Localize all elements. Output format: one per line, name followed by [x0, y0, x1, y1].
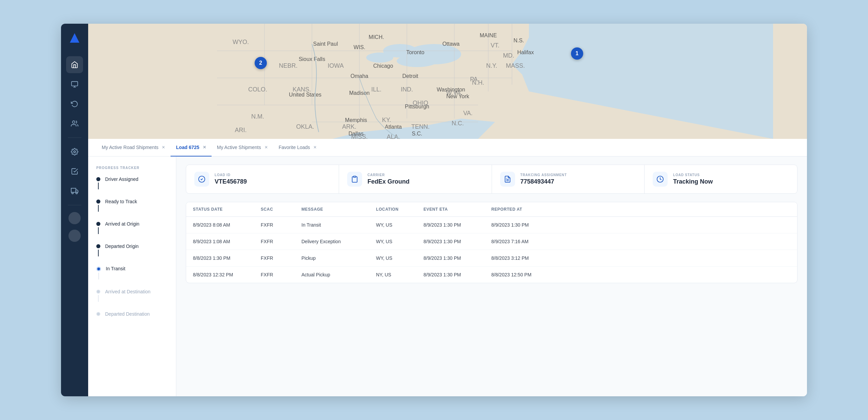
step-label-departed-origin: Departed Origin — [105, 244, 139, 249]
sidebar-item-history[interactable] — [66, 96, 83, 112]
th-event-eta: EVENT ETA — [423, 207, 491, 212]
td-event-eta-3: 8/9/2023 1:30 PM — [423, 272, 491, 277]
td-scac-3: FXFR — [261, 272, 301, 277]
carrier-content: CARRIER FedEx Ground — [368, 173, 410, 185]
td-status-date-2: 8/8/2023 1:30 PM — [193, 255, 261, 261]
sidebar-item-team[interactable] — [66, 115, 83, 132]
td-reported-at-2: 8/8/2023 3:12 PM — [491, 255, 559, 261]
step-dot-4 — [96, 244, 100, 248]
step-line-4 — [98, 250, 99, 256]
td-location-1: WY, US — [376, 239, 423, 244]
sidebar-avatar-2 — [68, 230, 81, 242]
td-message-2: Pickup — [301, 255, 376, 261]
sidebar-divider-2 — [68, 205, 81, 205]
step-line-6 — [98, 295, 99, 302]
td-event-eta-1: 8/9/2023 1:30 PM — [423, 239, 491, 244]
step-dot-2 — [96, 200, 100, 204]
svg-text:Detroit: Detroit — [402, 73, 418, 79]
td-reported-at-3: 8/8/2023 12:50 PM — [491, 272, 559, 277]
svg-text:Dallas: Dallas — [349, 131, 363, 136]
sidebar-item-shipments[interactable] — [66, 76, 83, 93]
status-value: Tracking Now — [673, 178, 713, 185]
step-dot-5 — [96, 267, 101, 271]
svg-point-15 — [397, 55, 437, 67]
step-label-arrived-at-destination: Arrived at Destination — [105, 289, 151, 294]
info-card-carrier: CARRIER FedEx Ground — [339, 165, 492, 193]
td-event-eta-2: 8/9/2023 1:30 PM — [423, 255, 491, 261]
status-label: LOAD STATUS — [673, 173, 713, 177]
svg-text:VA.: VA. — [463, 110, 473, 117]
svg-text:Saint Paul: Saint Paul — [313, 41, 338, 47]
svg-rect-76 — [353, 176, 356, 177]
carrier-label: CARRIER — [368, 173, 410, 177]
carrier-value: FedEx Ground — [368, 178, 410, 185]
svg-text:Halifax: Halifax — [517, 49, 534, 55]
progress-steps: Driver Assigned Ready to Track — [96, 176, 168, 317]
tab-close-active-shipments[interactable]: ✕ — [264, 145, 268, 150]
table-row[interactable]: 8/8/2023 12:32 PM FXFR Actual Pickup NY,… — [186, 267, 797, 283]
step-indicator-4 — [96, 244, 100, 256]
tab-active-road-shipments[interactable]: My Active Road Shipments ✕ — [96, 139, 171, 156]
clipboard-icon — [351, 175, 358, 183]
svg-text:Memphis: Memphis — [345, 117, 367, 123]
td-event-eta-0: 8/9/2023 1:30 PM — [423, 222, 491, 228]
step-label-arrived-at-origin: Arrived at Origin — [105, 221, 139, 227]
svg-text:WYO.: WYO. — [233, 39, 249, 45]
sidebar-item-settings[interactable] — [66, 143, 83, 160]
map-pin-1[interactable]: 1 — [571, 47, 583, 60]
th-reported-at: REPORTED AT — [491, 207, 559, 212]
table-row[interactable]: 8/9/2023 1:08 AM FXFR Delivery Exception… — [186, 233, 797, 250]
map-area: WYO. NEBR. IOWA ILL. IND. KANS. COLO. N.… — [88, 24, 807, 139]
load-id-icon-wrapper — [194, 172, 209, 187]
step-indicator-6 — [96, 290, 100, 302]
map-svg: WYO. NEBR. IOWA ILL. IND. KANS. COLO. N.… — [88, 24, 807, 139]
load-id-content: LOAD ID VTE456789 — [215, 173, 247, 185]
sidebar-item-tasks[interactable] — [66, 163, 83, 180]
step-indicator-3 — [96, 222, 100, 234]
tab-favorite-loads[interactable]: Favorite Loads ✕ — [273, 139, 322, 156]
table-row[interactable]: 8/8/2023 1:30 PM FXFR Pickup WY, US 8/9/… — [186, 250, 797, 267]
td-status-date-3: 8/8/2023 12:32 PM — [193, 272, 261, 277]
status-content: LOAD STATUS Tracking Now — [673, 173, 713, 185]
td-reported-at-0: 8/9/2023 1:30 PM — [491, 222, 559, 228]
svg-marker-0 — [70, 33, 79, 43]
tab-close-favorite-loads[interactable]: ✕ — [313, 145, 317, 150]
svg-text:MD.: MD. — [503, 52, 514, 59]
load-id-value: VTE456789 — [215, 178, 247, 185]
map-pin-2[interactable]: 2 — [255, 57, 267, 69]
svg-text:MASS.: MASS. — [506, 62, 525, 69]
step-line-1 — [98, 183, 99, 189]
svg-text:Sioux Falls: Sioux Falls — [299, 56, 325, 62]
svg-text:Atlanta: Atlanta — [385, 124, 402, 130]
table-row[interactable]: 8/9/2023 8:08 AM FXFR In Transit WY, US … — [186, 217, 797, 233]
step-label-in-transit: In Transit — [106, 266, 125, 271]
th-status-date: STATUS DATE — [193, 207, 261, 212]
table-header: STATUS DATE SCAC MESSAGE LOCATION EVENT … — [186, 202, 797, 217]
sidebar-item-home[interactable] — [66, 56, 83, 73]
svg-marker-7 — [76, 190, 78, 192]
sidebar-item-truck[interactable] — [66, 183, 83, 200]
status-icon-wrapper — [653, 172, 668, 187]
tab-close-load-6725[interactable]: ✕ — [203, 145, 206, 150]
info-card-load-id: LOAD ID VTE456789 — [186, 165, 339, 193]
tab-active-shipments[interactable]: My Active Shipments ✕ — [212, 139, 273, 156]
info-card-status: LOAD STATUS Tracking Now — [645, 165, 797, 193]
svg-text:ILL.: ILL. — [371, 86, 381, 93]
th-scac: SCAC — [261, 207, 301, 212]
step-indicator-5 — [96, 267, 101, 279]
document-icon — [504, 175, 511, 183]
svg-point-8 — [72, 192, 74, 194]
svg-text:IOWA: IOWA — [328, 62, 343, 69]
svg-text:ALA.: ALA. — [387, 133, 400, 139]
svg-point-4 — [73, 121, 75, 123]
svg-text:Washington: Washington — [437, 87, 465, 92]
step-departed-destination: Departed Destination — [96, 311, 168, 317]
td-location-2: WY, US — [376, 255, 423, 261]
tab-close-active-road[interactable]: ✕ — [162, 145, 165, 150]
td-status-date-1: 8/9/2023 1:08 AM — [193, 239, 261, 244]
svg-point-5 — [74, 151, 76, 153]
progress-panel: PROGRESS TRACKER Driver Assigned — [88, 156, 176, 396]
progress-tracker-title: PROGRESS TRACKER — [96, 166, 168, 170]
tab-load-6725[interactable]: Load 6725 ✕ — [171, 139, 211, 156]
step-dot-6 — [96, 290, 100, 294]
